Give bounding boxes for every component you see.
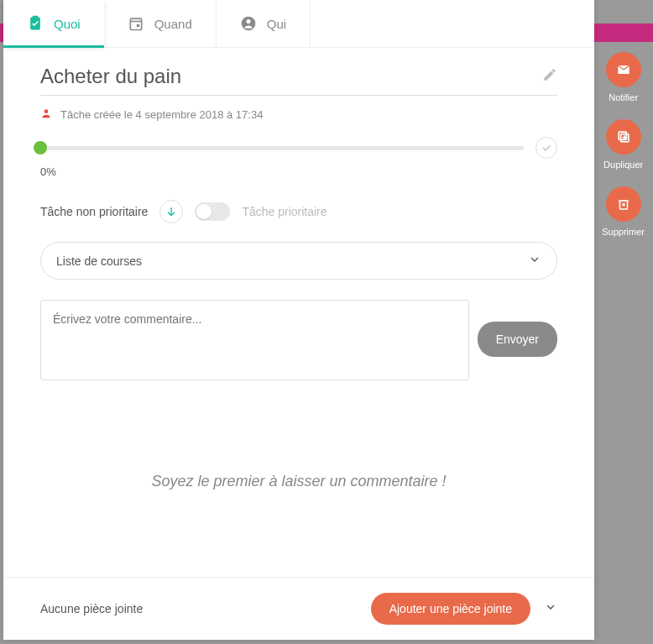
duplicate-label: Dupliquer — [603, 160, 643, 170]
duplicate-icon — [606, 119, 641, 154]
svg-rect-1 — [33, 16, 39, 18]
task-modal: Quoi Quand Qui Acheter du pain Tâch — [3, 0, 594, 640]
delete-action[interactable]: Supprimer — [602, 186, 645, 237]
person-circle-icon — [240, 15, 257, 32]
mark-done-button[interactable] — [535, 137, 557, 159]
toggle-knob — [196, 204, 212, 219]
empty-comments-message: Soyez le premier à laisser un commentair… — [40, 473, 557, 577]
progress-slider[interactable] — [40, 146, 524, 150]
arrow-down-icon — [159, 200, 183, 223]
trash-icon — [606, 186, 641, 222]
tab-content: Acheter du pain Tâche créée le 4 septemb… — [3, 48, 594, 577]
created-text: Tâche créée le 4 septembre 2018 à 17:34 — [60, 108, 263, 121]
notify-label: Notifier — [609, 92, 638, 102]
priority-row: Tâche non prioritaire Tâche prioritaire — [40, 200, 557, 223]
mail-icon — [606, 52, 641, 87]
tab-label: Quoi — [54, 17, 81, 31]
calendar-icon — [128, 15, 144, 32]
priority-low-label: Tâche non prioritaire — [40, 205, 148, 218]
title-row: Acheter du pain — [40, 65, 557, 96]
attachment-none-label: Aucune pièce jointe — [40, 602, 143, 615]
list-select[interactable]: Liste de courses — [40, 242, 557, 280]
attachment-bar: Aucune pièce jointe Ajouter une pièce jo… — [3, 577, 594, 640]
send-comment-button[interactable]: Envoyer — [478, 322, 557, 357]
task-title[interactable]: Acheter du pain — [40, 65, 534, 88]
notify-action[interactable]: Notifier — [606, 52, 641, 102]
comment-section: Envoyer — [40, 300, 557, 380]
priority-toggle[interactable] — [195, 202, 230, 221]
progress-handle[interactable] — [34, 141, 47, 154]
svg-rect-4 — [137, 24, 139, 27]
delete-label: Supprimer — [602, 227, 645, 237]
svg-rect-2 — [130, 18, 141, 29]
list-selected-value: Liste de courses — [56, 254, 142, 268]
attachment-actions: Ajouter une pièce jointe — [371, 593, 557, 625]
chevron-down-icon — [528, 253, 541, 269]
svg-point-7 — [44, 109, 49, 113]
tab-quand[interactable]: Quand — [104, 0, 217, 47]
progress-section: 0% — [40, 137, 557, 178]
tab-label: Quand — [154, 17, 192, 31]
progress-percent: 0% — [40, 165, 557, 178]
clipboard-check-icon — [27, 15, 44, 32]
person-icon — [40, 107, 52, 122]
tab-label: Qui — [267, 17, 286, 31]
tab-bar: Quoi Quand Qui — [3, 0, 594, 48]
side-actions: Notifier Dupliquer Supprimer — [602, 52, 645, 237]
svg-point-6 — [246, 19, 250, 24]
duplicate-action[interactable]: Dupliquer — [603, 119, 643, 170]
priority-high-label: Tâche prioritaire — [242, 205, 326, 218]
add-attachment-button[interactable]: Ajouter une pièce jointe — [371, 593, 530, 625]
created-meta: Tâche créée le 4 septembre 2018 à 17:34 — [40, 107, 557, 122]
progress-row — [40, 137, 557, 159]
tab-qui[interactable]: Qui — [217, 0, 311, 47]
tab-quoi[interactable]: Quoi — [3, 0, 104, 47]
comment-input[interactable] — [40, 300, 469, 380]
chevron-down-icon[interactable] — [544, 600, 557, 617]
pencil-icon[interactable] — [542, 67, 557, 86]
